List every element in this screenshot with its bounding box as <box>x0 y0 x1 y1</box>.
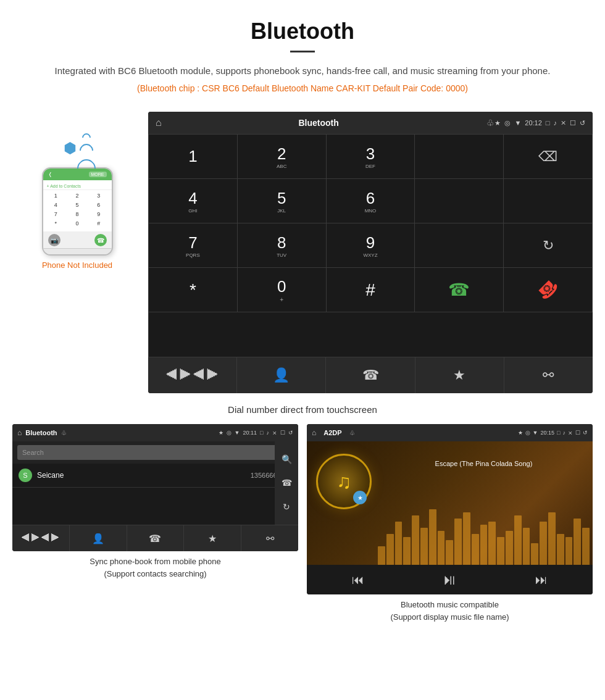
bottom-phone-btn[interactable]: ☎ <box>326 357 415 393</box>
bluetooth-status-icon: ★ <box>494 119 501 127</box>
phone-call-row: 📷 ☎ <box>43 231 112 248</box>
phone-bottom-bar <box>43 248 112 254</box>
phone-call-btn: ☎ <box>94 234 107 246</box>
dial-key-9[interactable]: 9WXYZ <box>327 223 415 268</box>
car-bottom-nav: ⯇⯈⯇⯈ 👤 ☎ ★ ⚯ <box>148 357 593 393</box>
header-section: Bluetooth Integrated with BC6 Bluetooth … <box>0 0 605 112</box>
pb-bottom-bluetooth[interactable]: ★ <box>184 525 241 551</box>
music-spectrum <box>375 515 593 565</box>
phone-camera-btn: 📷 <box>48 234 60 246</box>
phone-not-included-label: Phone Not Included <box>42 260 112 270</box>
music-song-title: Escape (The Pina Colada Song) <box>381 460 586 467</box>
phone-key-3: 3 <box>88 191 109 200</box>
music-play-pause-btn[interactable]: ⏯ <box>442 571 457 588</box>
music-time: 20:15 <box>541 430 555 436</box>
phone-key-4: 4 <box>46 201 67 209</box>
signal-arc-2 <box>77 141 96 160</box>
music-screen: ⌂ A2DP ♧ ★ ◎ ▼ 20:15 □ ♪ ⨯ ☐ ↺ ♫ <box>307 424 593 594</box>
dial-key-5[interactable]: 5JKL <box>238 179 327 223</box>
dial-empty-2 <box>415 179 504 223</box>
bottom-bluetooth-btn[interactable]: ★ <box>415 357 504 393</box>
dial-key-6[interactable]: 6MNO <box>327 179 415 223</box>
dial-key-1[interactable]: 1 <box>149 135 238 179</box>
phone-illustration: ⬢ ❬ MORE + Add to Contacts 1 2 3 4 5 <box>19 112 136 270</box>
phone-screen-area: + Add to Contacts 1 2 3 4 5 6 7 8 9 * 0 … <box>43 180 112 231</box>
pb-back-btn[interactable]: ↺ <box>288 430 293 436</box>
title-divider <box>290 51 315 52</box>
phone-key-hash: # <box>88 219 109 228</box>
bottom-screenshots: ⌂ Bluetooth ♧ ★ ◎ ▼ 20:11 □ ♪ ⨯ ☐ ↺ <box>0 424 605 629</box>
bottom-contacts-btn[interactable]: 👤 <box>237 357 326 393</box>
dial-call-red-btn[interactable]: ☎ <box>504 268 593 312</box>
dial-key-hash[interactable]: # <box>327 268 415 312</box>
dial-backspace-btn[interactable]: ⌫ <box>504 135 593 179</box>
pb-status-bar-right: ★ ◎ ▼ 20:11 □ ♪ ⨯ ☐ ↺ <box>219 430 293 436</box>
phone-top-bar-text: ❬ <box>48 172 52 177</box>
bottom-keypad-btn[interactable]: ⯇⯈⯇⯈ <box>148 357 237 393</box>
music-home-icon[interactable]: ⌂ <box>312 428 316 437</box>
pb-contact-letter: S <box>19 469 32 482</box>
dial-grid: 1 2ABC 3DEF ⌫ 4GHI 5JKL 6MNO <box>148 134 593 357</box>
back-icon[interactable]: ↺ <box>580 119 585 127</box>
pb-contact-row[interactable]: S Seicane 13566664466 <box>12 464 298 488</box>
music-next-btn[interactable]: ⏭ <box>535 573 548 587</box>
status-bar-right: ★ ◎ ▼ 20:12 □ ♪ ⨯ ☐ ↺ <box>494 119 585 127</box>
close-icon: ⨯ <box>561 119 566 127</box>
music-status-right: ★ ◎ ▼ 20:15 □ ♪ ⨯ ☐ ↺ <box>518 430 588 436</box>
pb-bottom-link[interactable]: ⚯ <box>241 525 298 551</box>
phonebook-screen: ⌂ Bluetooth ♧ ★ ◎ ▼ 20:11 □ ♪ ⨯ ☐ ↺ <box>12 424 298 551</box>
phone-body: ❬ MORE + Add to Contacts 1 2 3 4 5 6 7 8… <box>42 167 113 256</box>
pb-bottom-phone[interactable]: ☎ <box>127 525 185 551</box>
music-bt-badge: ★ <box>353 491 367 504</box>
pb-time: 20:11 <box>243 430 257 436</box>
pb-caption: Sync phone-book from mobile phone (Suppo… <box>90 556 220 580</box>
dial-refresh-btn[interactable]: ↻ <box>504 223 593 268</box>
pb-bottom-keypad[interactable]: ⯇⯈⯇⯈ <box>12 525 70 551</box>
status-bar: ⌂ Bluetooth ♧ ★ ◎ ▼ 20:12 □ ♪ ⨯ ☐ ↺ <box>148 112 593 134</box>
music-prev-btn[interactable]: ⏮ <box>352 573 364 587</box>
dial-key-0[interactable]: 0+ <box>238 268 327 312</box>
pb-bottom-contacts[interactable]: 👤 <box>70 525 127 551</box>
music-content: ♫ ★ Escape (The Pina Colada Song) <box>307 441 593 565</box>
pb-search-box[interactable]: Search <box>17 445 293 460</box>
dial-key-3[interactable]: 3DEF <box>327 135 415 179</box>
screen-title: Bluetooth <box>169 118 469 128</box>
phone-keypad: 1 2 3 4 5 6 7 8 9 * 0 # <box>43 190 112 229</box>
bluetooth-icon: ⬢ <box>64 140 77 157</box>
header-specs: (Bluetooth chip : CSR BC6 Default Blueto… <box>37 83 568 93</box>
phone-key-1: 1 <box>46 191 67 200</box>
signal-arc-1 <box>80 131 93 144</box>
pb-contact-name: Seicane <box>37 471 251 480</box>
dial-key-4[interactable]: 4GHI <box>149 179 238 223</box>
pb-content-area: Search S Seicane 13566664466 🔍 <box>12 441 298 525</box>
pb-list-area: Search S Seicane 13566664466 <box>12 441 298 525</box>
phone-key-6: 6 <box>88 201 109 209</box>
pb-search-placeholder: Search <box>22 449 44 456</box>
pb-phone-icon[interactable]: ☎ <box>282 478 292 488</box>
phone-key-8: 8 <box>67 210 88 219</box>
pb-search-icon[interactable]: 🔍 <box>282 454 292 464</box>
dial-call-green-btn[interactable]: ☎ <box>415 268 504 312</box>
phone-key-5: 5 <box>67 201 88 209</box>
dial-key-star[interactable]: * <box>149 268 238 312</box>
pb-refresh-icon[interactable]: ↻ <box>283 502 290 512</box>
bottom-link-btn[interactable]: ⚯ <box>504 357 593 393</box>
pb-bottom-nav: ⯇⯈⯇⯈ 👤 ☎ ★ ⚯ <box>12 525 298 551</box>
dial-key-8[interactable]: 8TUV <box>238 223 327 268</box>
header-description: Integrated with BC6 Bluetooth module, su… <box>37 64 568 78</box>
pb-screen-content: Search S Seicane 13566664466 🔍 <box>12 441 298 525</box>
phone-key-9: 9 <box>88 210 109 219</box>
signal-arcs <box>76 133 96 180</box>
music-note-icon: ♫ <box>336 470 351 493</box>
dial-key-7[interactable]: 7PQRS <box>149 223 238 268</box>
pb-home-icon[interactable]: ⌂ <box>17 428 22 437</box>
music-controls: ⏮ ⏯ ⏭ <box>307 565 593 594</box>
minimize-icon: ☐ <box>570 119 576 127</box>
pb-screen-title: Bluetooth <box>25 429 57 436</box>
dial-display-area <box>415 135 504 179</box>
volume-icon: ♪ <box>554 119 557 127</box>
camera-icon: □ <box>546 119 550 127</box>
home-icon[interactable]: ⌂ <box>156 117 162 128</box>
dial-key-2[interactable]: 2ABC <box>238 135 327 179</box>
music-back-btn[interactable]: ↺ <box>583 430 588 436</box>
